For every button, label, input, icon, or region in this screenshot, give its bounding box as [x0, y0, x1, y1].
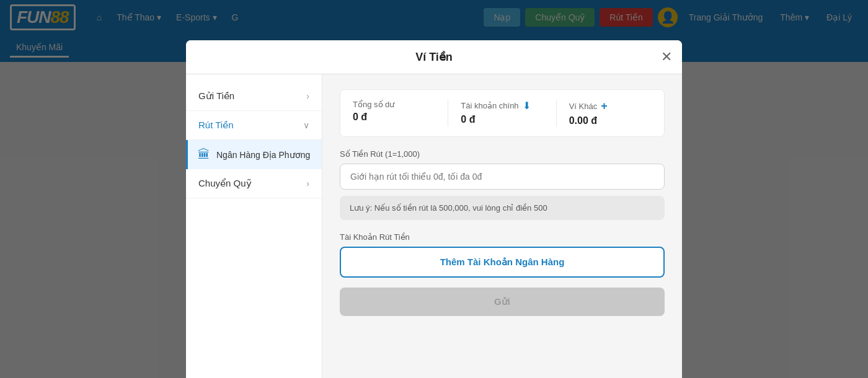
account-label: Tài Khoản Rút Tiền: [340, 232, 665, 242]
modal: Ví Tiền ✕ Gửi Tiền › Rút Tiền ∨: [186, 40, 682, 378]
submit-button[interactable]: Gửi: [340, 288, 665, 316]
sidebar-rut-tien[interactable]: Rút Tiền ∨: [186, 111, 322, 140]
balance-row: Tổng số dư 0 đ Tài khoản chính ⬇ 0 đ: [340, 89, 665, 137]
vi-khac-value: 0.00 đ: [569, 115, 652, 126]
add-bank-button[interactable]: Thêm Tài Khoản Ngân Hàng: [340, 247, 665, 278]
gui-tien-chevron: ›: [306, 91, 309, 101]
modal-main-content: Tổng số dư 0 đ Tài khoản chính ⬇ 0 đ: [322, 74, 682, 378]
download-icon: ⬇: [523, 100, 531, 112]
bank-icon: 🏛: [198, 147, 210, 162]
chuyen-quy-chevron: ›: [306, 178, 309, 188]
sidebar-gui-tien-label: Gửi Tiền: [198, 90, 234, 102]
modal-header: Ví Tiền ✕: [186, 40, 682, 74]
plus-icon: +: [601, 100, 608, 113]
sidebar-chuyen-quy[interactable]: Chuyển Quỹ ›: [186, 169, 322, 198]
tai-khoan-chinh-value: 0 đ: [461, 114, 543, 125]
balance-tai-khoan-chinh: Tài khoản chính ⬇ 0 đ: [448, 100, 543, 126]
sidebar-gui-tien[interactable]: Gửi Tiền ›: [186, 82, 322, 111]
modal-close-button[interactable]: ✕: [661, 50, 672, 64]
balance-tong-so-du: Tổng số dư 0 đ: [353, 100, 435, 126]
modal-overlay: Ví Tiền ✕ Gửi Tiền › Rút Tiền ∨: [0, 0, 868, 378]
tai-khoan-chinh-label: Tài khoản chính ⬇: [461, 100, 543, 112]
content-area: Ví Tiền ✕ Gửi Tiền › Rút Tiền ∨: [0, 62, 868, 378]
tong-so-du-value: 0 đ: [353, 112, 435, 123]
modal-title: Ví Tiền: [415, 50, 453, 64]
amount-input[interactable]: [340, 164, 665, 190]
vi-khac-label: Ví Khác +: [569, 100, 652, 113]
rut-tien-chevron: ∨: [303, 120, 309, 130]
tong-so-du-label: Tổng số dư: [353, 100, 435, 109]
form-note: Lưu ý: Nếu số tiền rút là 500,000, vui l…: [340, 196, 665, 220]
modal-body: Gửi Tiền › Rút Tiền ∨ 🏛 Ngân Hàng Địa Ph…: [186, 74, 682, 378]
sidebar-rut-tien-label: Rút Tiền: [198, 120, 234, 131]
modal-sidebar: Gửi Tiền › Rút Tiền ∨ 🏛 Ngân Hàng Địa Ph…: [186, 74, 322, 378]
balance-vi-khac: Ví Khác + 0.00 đ: [556, 100, 652, 126]
ngan-hang-label: Ngân Hàng Địa Phương: [216, 150, 310, 160]
sidebar-chuyen-quy-label: Chuyển Quỹ: [198, 178, 252, 189]
sidebar-ngan-hang[interactable]: 🏛 Ngân Hàng Địa Phương: [186, 140, 322, 169]
amount-label: Số Tiền Rút (1=1,000): [340, 149, 665, 159]
